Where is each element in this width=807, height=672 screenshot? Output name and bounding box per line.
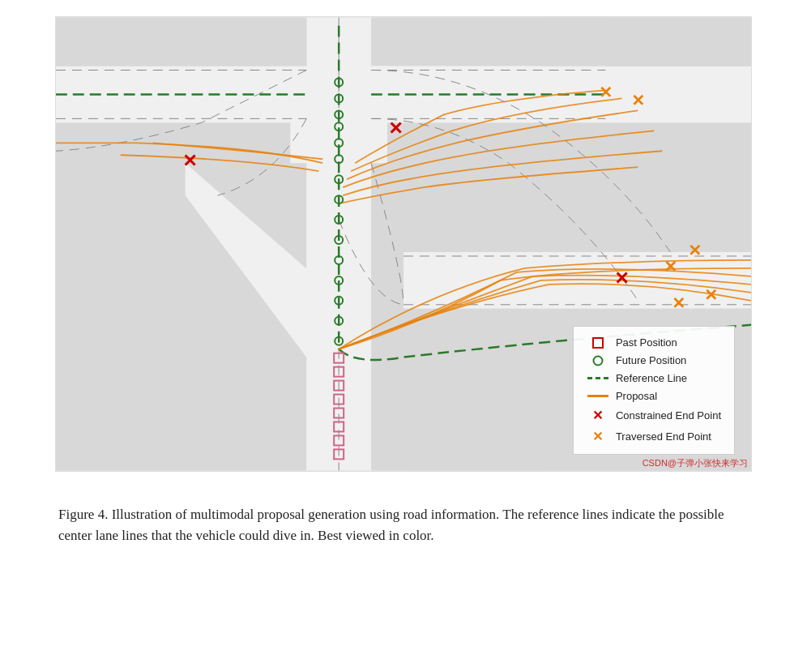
svg-marker-10 [605, 18, 751, 66]
legend-label-traversed-end-point: Traversed End Point [616, 430, 711, 443]
future-position-icon [587, 355, 609, 366]
legend: Past Position Future Position Reference … [573, 326, 735, 455]
svg-marker-6 [56, 18, 306, 66]
svg-text:✕: ✕ [631, 92, 645, 109]
legend-item-past-position: Past Position [587, 336, 721, 349]
legend-label-past-position: Past Position [616, 336, 677, 349]
traversed-end-point-icon: ✕ [587, 429, 609, 444]
constrained-end-point-icon: ✕ [587, 408, 609, 423]
reference-line-icon [587, 377, 609, 379]
past-position-icon [587, 337, 609, 349]
legend-item-constrained-end-point: ✕ Constrained End Point [587, 408, 721, 423]
svg-text:✕: ✕ [672, 294, 685, 312]
figure-caption: Figure 4. Illustration of multimodal pro… [55, 491, 752, 554]
legend-label-future-position: Future Position [616, 354, 686, 366]
legend-label-reference-line: Reference Line [616, 372, 687, 384]
legend-item-reference-line: Reference Line [587, 372, 721, 384]
legend-label-proposal: Proposal [616, 390, 657, 402]
legend-item-traversed-end-point: ✕ Traversed End Point [587, 429, 721, 444]
legend-label-constrained-end-point: Constrained End Point [616, 409, 721, 422]
legend-item-future-position: Future Position [587, 354, 721, 366]
figure-container: ✕ ✕ ✕ ✕ ✕ ✕ ✕ ✕ ✕ Past Position [55, 16, 752, 472]
svg-text:✕: ✕ [688, 242, 702, 259]
svg-text:✕: ✕ [388, 118, 403, 139]
svg-text:✕: ✕ [614, 268, 629, 289]
watermark: CSDN@子弹小张快来学习 [643, 457, 748, 469]
svg-text:✕: ✕ [664, 258, 677, 276]
svg-text:✕: ✕ [599, 83, 613, 101]
map-area: ✕ ✕ ✕ ✕ ✕ ✕ ✕ ✕ ✕ Past Position [56, 17, 751, 471]
svg-text:✕: ✕ [182, 151, 197, 171]
svg-point-53 [593, 356, 602, 365]
svg-text:✕: ✕ [704, 286, 718, 304]
proposal-icon [587, 395, 609, 397]
legend-item-proposal: Proposal [587, 390, 721, 402]
svg-rect-52 [593, 338, 603, 348]
